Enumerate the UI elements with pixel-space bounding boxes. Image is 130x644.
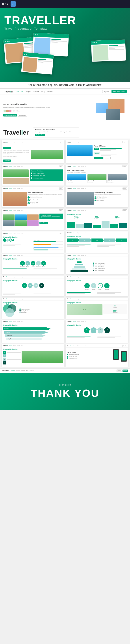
pb-fill-4 [33, 250, 48, 250]
sc-signin-btn[interactable]: Sign In [59, 141, 63, 143]
map-placeholder: MAP [67, 304, 103, 315]
nav-link-project[interactable]: Project [25, 90, 31, 92]
sc-signin-btn3[interactable]: Sign In [59, 165, 63, 167]
hex-sl-2 [3, 270, 21, 270]
map-stat-num-1: 50+ [104, 305, 126, 307]
sc-signin-btn7[interactable]: Sign In [59, 209, 63, 211]
hex-label-3: Journey [31, 266, 35, 267]
arrows-line-5 [97, 245, 115, 246]
circles-col-1 [3, 291, 33, 295]
footer-create-account[interactable]: Account [123, 370, 128, 372]
facility-label-2: Professional Tour Guide [33, 175, 45, 176]
pent-sl-4 [97, 337, 115, 338]
fac-img-1 [3, 170, 29, 177]
circles-sl-4 [33, 292, 57, 292]
sc-signin-btn2[interactable]: Sign In [123, 141, 127, 143]
slide-portfolio: Traveller DiscoverProjectServiceBlog Sig… [2, 209, 64, 230]
pb-label-1: Travel Package [33, 240, 63, 241]
nav-link-blog[interactable]: Blog [41, 90, 45, 92]
ci-circle-4: 04 [39, 283, 44, 288]
slide-guide-body: Meet Traveller Guide Lorem ipsum dolor s… [2, 190, 64, 208]
hex-shape-2: 02 [25, 260, 30, 266]
slide-infographic-circles: Traveller DiscoverProjectServiceBlog Inf… [2, 276, 64, 296]
stat-row: 750K+ Happy Clients 730K Tour Packages 9… [67, 216, 127, 219]
slide-infographic-circles-nav: Traveller DiscoverProjectServiceBlog [2, 276, 64, 278]
mini-slide-4 [21, 52, 54, 74]
bar-2 [76, 224, 84, 228]
arrows-line-4 [97, 244, 121, 244]
nav-brand: Traveller [3, 90, 13, 93]
footer-link-5: Contact [30, 370, 33, 371]
hex-item-5: 05 Review [41, 260, 46, 267]
progress-bars: Travel Package Tour Guide Accommodation [33, 240, 63, 250]
slide-touch-nav: Traveller DiscoverProjectServiceBlog Sig… [66, 344, 128, 348]
sc-signin-btn9[interactable]: Sign In [59, 232, 63, 234]
slide-infographic-hexagons: Traveller DiscoverProjectServiceBlog Inf… [2, 254, 64, 274]
nav-link-service[interactable]: Service [33, 90, 39, 92]
email-text: traveller@email.com [69, 354, 79, 355]
hex-item-3: 03 Journey [31, 260, 35, 267]
slide-service-nav: Traveller DiscoverProjectServiceBlog Sig… [66, 187, 128, 190]
hex-shape-4: 04 [36, 260, 40, 266]
arrows-text-cols [67, 243, 127, 247]
sc-signin-btn4[interactable]: Sign In [123, 165, 127, 167]
stat-num-3: 910K+ [107, 216, 127, 218]
vision-btn1[interactable]: Order Tour & Book [94, 157, 103, 159]
vision-btn2[interactable]: Tour Guide [104, 157, 111, 159]
sc-signin-btn-touch[interactable]: Sign In [123, 345, 127, 347]
sc-signin-btn8[interactable]: Sign In [123, 209, 127, 211]
gears-col-1 [67, 292, 97, 294]
step-arrows-row: 01 02 03 04 05 [67, 238, 127, 242]
resolution-bar: 1920X1080 PX (16:9) | COLOR CHANGE | EAS… [0, 82, 130, 89]
phone-2 [121, 351, 127, 362]
hero-image-3 [106, 109, 120, 120]
pyramid-label-3: Level Three Basic [95, 266, 104, 268]
pb-label-4: Transportation [33, 248, 63, 249]
infographic-map-title: Infographic Section [67, 302, 127, 303]
consultation-button[interactable]: Get Consultation [35, 134, 45, 136]
sign-in-button[interactable]: Sign In [102, 90, 110, 93]
pyramid-row-3 [74, 266, 85, 268]
sc-signin-btn6[interactable]: Sign In [123, 188, 127, 190]
slide-infographic-pyramid: Traveller DiscoverProjectServiceBlog Inf… [66, 254, 128, 274]
order-tour-button[interactable]: Order Tour & Guide [3, 114, 17, 116]
sc-signin-btn5[interactable]: Sign In [59, 188, 63, 190]
pb-fill-3 [33, 247, 59, 248]
gear-item-2: ⚙ Service 2 [91, 283, 96, 290]
portfolio-btn[interactable]: View Gallery [39, 222, 48, 224]
hero-slides [4, 34, 126, 78]
create-account-button[interactable]: Have An Account? [112, 90, 127, 93]
gears-sl-1 [67, 292, 91, 293]
guide-title: Meet Traveller Guide [27, 192, 63, 193]
pyramid-item-3: Level Three Basic [93, 266, 127, 268]
num-line-3 [6, 359, 21, 360]
bar-chart [67, 220, 127, 228]
gear-infographic-row: ⚙ Service 1 ⚙ Service 2 ⚙ Service 3 ⚙ Se… [67, 282, 127, 291]
hex-label-5: Review [42, 266, 45, 267]
touch-title: Get In Touch [67, 352, 112, 353]
hex-label-4: Experience [36, 266, 40, 267]
hero-left: About Tour With Traveller Lorem ipsum do… [3, 103, 58, 116]
hex-text-2 [33, 268, 63, 272]
stat-label-3: Destinations [107, 218, 127, 219]
nav-link-discover[interactable]: Discover [16, 90, 23, 92]
pyramid-row-2 [75, 264, 83, 266]
pb-row-4: Transportation [33, 248, 63, 250]
about-btn[interactable]: Read More [3, 160, 11, 162]
footer-signin[interactable]: Sign In [117, 370, 122, 372]
contact-info: Get In Touch traveller@email.com +1 234 … [67, 352, 112, 360]
footer-links: Discover Project Service Blog Contact [11, 370, 115, 371]
nav-link-contact[interactable]: Contact [47, 90, 53, 92]
pyramid-dot-1 [93, 262, 94, 264]
slide-vision-body: Vision & Mission Vision Mission [66, 144, 128, 160]
service-icon-1 [95, 196, 96, 198]
facilities-box: Traveller Facilities Tour & Travel Packa… [30, 170, 63, 181]
num-item-2: 02 [3, 354, 21, 358]
tour-guide-button[interactable]: Tour Guide [18, 114, 27, 116]
slide-infographic-overlap: Traveller DiscoverProjectServiceBlog Inf… [2, 298, 64, 319]
facility-icon-3 [31, 178, 32, 179]
ci-item-1: 01 Plan [22, 283, 27, 290]
project-detail-1: Lorem ipsum [68, 182, 86, 183]
phone-screen-1 [114, 350, 118, 359]
stat-num-1: 750K+ [67, 216, 87, 218]
